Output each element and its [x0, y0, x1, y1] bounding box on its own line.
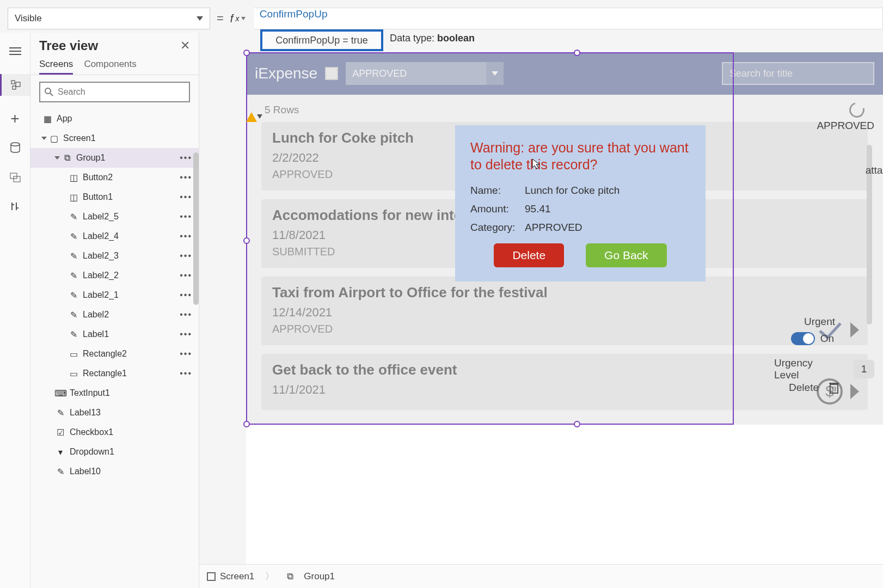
tree-item-label1[interactable]: ✎Label1••• — [30, 324, 199, 344]
breadcrumb: Screen1 〉 ⧉Group1 — [199, 564, 883, 588]
search-icon — [45, 88, 53, 96]
urgent-toggle[interactable]: On — [791, 332, 834, 345]
status-badge: APPROVED — [817, 120, 874, 132]
tree-item-label2-1[interactable]: ✎Label2_1••• — [30, 285, 199, 305]
urgency-level-label: Urgency Level — [774, 357, 837, 381]
tree-item-label2-4[interactable]: ✎Label2_4••• — [30, 226, 199, 246]
tree-item-label13[interactable]: ✎Label13 — [30, 403, 199, 422]
chevron-down-icon[interactable] — [257, 114, 262, 119]
tree-item-app[interactable]: ▦App — [30, 109, 199, 128]
close-icon[interactable]: ✕ — [180, 39, 190, 53]
delete-button[interactable]: Delete — [494, 243, 564, 267]
tree-item-label10[interactable]: ✎Label10 — [30, 462, 199, 481]
svg-rect-3 — [11, 81, 15, 84]
tree-view-icon[interactable] — [0, 74, 30, 96]
confirm-popup: Warning: are you sure that you want to d… — [455, 125, 706, 281]
tree-item-rectangle2[interactable]: ▭Rectangle2••• — [30, 344, 199, 364]
tree-item-label2-2[interactable]: ✎Label2_2••• — [30, 266, 199, 285]
breadcrumb-screen[interactable]: Screen1 — [207, 571, 254, 582]
svg-point-6 — [11, 143, 20, 146]
urgent-label: Urgent — [804, 316, 835, 328]
warning-icon[interactable] — [246, 112, 257, 122]
warning-text: Warning: are you sure that you want to d… — [470, 139, 690, 174]
tree-item-button1[interactable]: ◫Button1••• — [30, 187, 199, 207]
data-icon[interactable] — [9, 142, 22, 155]
tree-item-label2[interactable]: ✎Label2••• — [30, 305, 199, 324]
svg-rect-4 — [16, 82, 20, 87]
property-dropdown[interactable]: Visible — [8, 8, 210, 29]
more-icon[interactable]: ••• — [180, 153, 192, 163]
tree-search[interactable] — [39, 82, 190, 102]
svg-point-9 — [45, 88, 51, 94]
tree-item-rectangle1[interactable]: ▭Rectangle1••• — [30, 364, 199, 383]
media-icon[interactable] — [9, 171, 22, 184]
urgency-level-value[interactable]: 1 — [854, 360, 874, 378]
equals-icon: = — [217, 11, 224, 26]
tab-components[interactable]: Components — [84, 59, 136, 75]
tree-item-group1[interactable]: ⧉Group1••• — [30, 148, 199, 168]
toggle-label: On — [820, 333, 834, 345]
tree-search-input[interactable] — [58, 87, 185, 97]
svg-rect-5 — [13, 86, 16, 89]
tree-item-checkbox1[interactable]: ☑Checkbox1 — [30, 422, 199, 442]
tree-item-button2[interactable]: ◫Button2••• — [30, 168, 199, 187]
tree-item-screen1[interactable]: ▢Screen1 — [30, 128, 199, 148]
tree-list: ▦App ▢Screen1 ⧉Group1••• ◫Button2••• ◫Bu… — [30, 109, 199, 583]
tree-view-title: Tree view — [39, 38, 98, 53]
delete-row-label: Delete — [789, 382, 819, 394]
tree-scrollbar[interactable] — [193, 152, 199, 305]
amount-value: 95.41 — [525, 203, 551, 215]
tree-item-dropdown1[interactable]: ▾Dropdown1 — [30, 442, 199, 462]
svg-line-10 — [50, 93, 53, 96]
category-value: APPROVED — [525, 222, 582, 234]
hamburger-icon[interactable] — [9, 45, 22, 58]
insert-icon[interactable]: + — [9, 112, 22, 125]
tree-item-textinput1[interactable]: ⌨TextInput1 — [30, 383, 199, 403]
category-label: Category: — [470, 222, 525, 234]
go-back-button[interactable]: Go Back — [586, 243, 667, 267]
chevron-down-icon — [197, 16, 203, 21]
tab-screens[interactable]: Screens — [39, 59, 73, 75]
name-value: Lunch for Coke pitch — [525, 185, 620, 197]
data-type-label: Data type: boolean — [390, 33, 475, 44]
formula-result-popup: ConfirmPopUp = true — [260, 29, 383, 51]
name-label: Name: — [470, 185, 525, 197]
breadcrumb-group[interactable]: ⧉Group1 — [285, 571, 335, 582]
attach-label: attache — [866, 164, 883, 176]
formula-bar[interactable]: ConfirmPopUp — [254, 8, 883, 29]
amount-label: Amount: — [470, 203, 525, 215]
tree-item-label2-3[interactable]: ✎Label2_3••• — [30, 246, 199, 266]
property-dropdown-value: Visible — [15, 13, 42, 24]
fx-icon[interactable]: fx — [230, 13, 254, 25]
trash-icon[interactable] — [829, 381, 839, 394]
tools-icon[interactable] — [9, 200, 22, 213]
tree-item-label2-5[interactable]: ✎Label2_5••• — [30, 207, 199, 226]
